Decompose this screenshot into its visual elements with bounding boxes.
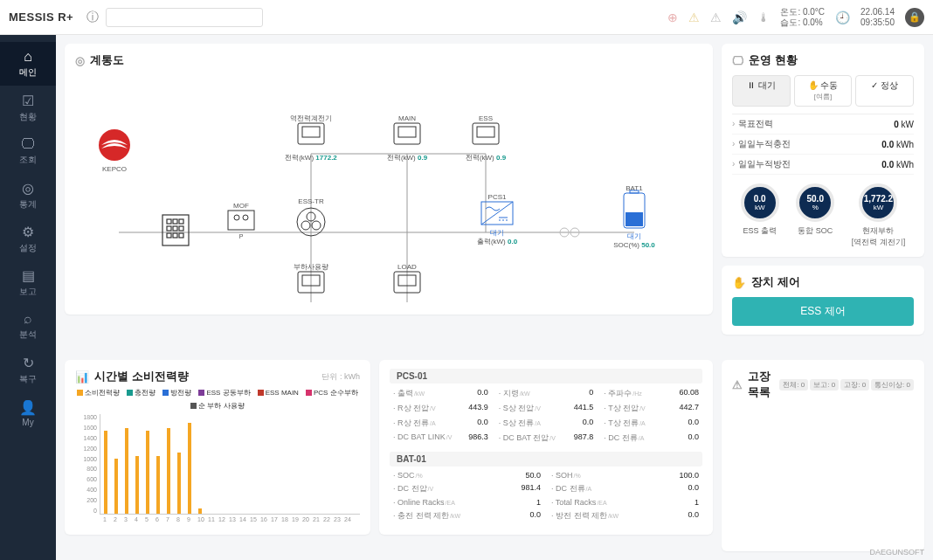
- globe-icon[interactable]: ⊕: [667, 10, 678, 24]
- svg-text:P: P: [239, 233, 244, 239]
- table-cell: SOC/%50.0: [393, 470, 541, 480]
- table-cell: R상 전류/A0.0: [393, 417, 488, 430]
- gauge-1: 50.0%통합 SOC: [796, 183, 834, 248]
- device-control-panel: ✋장치 제어 ESS 제어: [722, 266, 924, 335]
- chart-area: 180016001400120010008006004002000: [100, 414, 360, 515]
- bar-9: [188, 423, 191, 515]
- sound-icon[interactable]: 🔊: [732, 10, 747, 24]
- sidebar: ⌂메인☑현황🖵조회◎통계⚙설정▤보고⌕분석↻복구👤My: [0, 35, 56, 560]
- op-pill-0[interactable]: ⏸ 대기: [732, 75, 791, 107]
- sidebar-item-label: 조회: [19, 154, 37, 166]
- svg-rect-15: [167, 226, 171, 231]
- svg-text:LOAD: LOAD: [397, 263, 417, 271]
- svg-text:전력(kW) 0.9: 전력(kW) 0.9: [387, 154, 428, 162]
- svg-rect-49: [477, 127, 494, 137]
- sidebar-icon: 👤: [19, 399, 37, 416]
- search-input[interactable]: [106, 8, 263, 27]
- op-pill-2[interactable]: ✓ 정상: [855, 75, 914, 107]
- table-cell: 지령/kW0: [499, 387, 594, 400]
- bottom-left-area: 📊시간별 소비전력량 단위 : kWh 소비전력량충전량방전량ESS 공동부하E…: [65, 360, 713, 551]
- svg-rect-14: [179, 219, 183, 224]
- table-cell: DC BAT 전압/V987.8: [499, 432, 594, 445]
- table-cell: T상 전류/A0.0: [604, 417, 699, 430]
- legend-item: ESS MAIN: [258, 388, 299, 398]
- table-cell: 출력/kW0.0: [393, 387, 488, 400]
- sidebar-item-3[interactable]: ◎통계: [0, 173, 56, 217]
- svg-text:전력(kW) 0.9: 전력(kW) 0.9: [466, 154, 507, 162]
- chart-unit-label: 단위 : kWh: [321, 371, 360, 383]
- bar-1: [104, 431, 107, 514]
- app-logo: MESSIS R+: [9, 10, 73, 24]
- sidebar-icon: ▤: [22, 267, 35, 284]
- thermometer-icon: 🌡: [757, 10, 770, 24]
- bar-5: [146, 431, 149, 514]
- sidebar-icon: ⌕: [24, 311, 32, 327]
- svg-text:ESS-TR: ESS-TR: [298, 197, 324, 205]
- svg-rect-12: [167, 219, 171, 224]
- fault-badge: 통신이상: 0: [871, 379, 914, 391]
- ess-control-button[interactable]: ESS 제어: [732, 297, 914, 326]
- svg-rect-20: [179, 233, 183, 238]
- svg-rect-41: [398, 127, 416, 137]
- table-cell: R상 전압/V443.9: [393, 402, 488, 415]
- svg-text:대기: 대기: [490, 229, 504, 237]
- sidebar-item-label: 메인: [19, 66, 37, 79]
- lock-icon[interactable]: 🔒: [905, 8, 924, 27]
- sidebar-item-1[interactable]: ☑현황: [0, 86, 56, 129]
- svg-rect-17: [179, 226, 183, 231]
- sidebar-item-label: 현황: [19, 111, 37, 123]
- table-cell: Total Racks/EA1: [551, 497, 699, 508]
- system-diagram: KEPCO MOF P 역전력계전기: [75, 75, 687, 302]
- sidebar-icon: ◎: [22, 180, 34, 197]
- op-row-2: 일일누적방전0.0 kWh: [732, 155, 914, 175]
- svg-point-33: [301, 221, 310, 230]
- sidebar-item-5[interactable]: ▤보고: [0, 260, 56, 304]
- table-cell: DC 전류/A0.0: [551, 482, 699, 495]
- sidebar-item-2[interactable]: 🖵조회: [0, 129, 56, 173]
- sidebar-item-4[interactable]: ⚙설정: [0, 217, 56, 260]
- table-cell: 방전 전력 제한/kW0.0: [551, 509, 699, 522]
- hand-icon: ✋: [732, 276, 746, 289]
- table-cell: S상 전압/V441.5: [499, 402, 594, 415]
- svg-rect-61: [625, 212, 643, 226]
- sidebar-item-0[interactable]: ⌂메인: [0, 42, 56, 86]
- sidebar-icon: ⌂: [24, 49, 32, 65]
- fault-badge: 보고: 0: [810, 379, 839, 391]
- operation-status-panel: 🖵운영 현황 ⏸ 대기✋ 수동[여름]✓ 정상 목표전력0 kW일일누적충전0.…: [722, 44, 924, 257]
- fault-icon: ⚠: [732, 378, 743, 391]
- svg-text:전력(kW) 1772.2: 전력(kW) 1772.2: [285, 154, 337, 162]
- bar-2: [114, 459, 118, 514]
- svg-text:ESS: ESS: [479, 114, 493, 122]
- sidebar-icon: ☑: [22, 93, 34, 109]
- svg-text:부하사용량: 부하사용량: [294, 263, 328, 271]
- sidebar-icon: ↻: [23, 355, 34, 371]
- sidebar-item-label: 설정: [19, 242, 37, 254]
- bar-3: [125, 428, 128, 514]
- sidebar-item-6[interactable]: ⌕분석: [0, 304, 56, 348]
- sidebar-item-7[interactable]: ↻복구: [0, 348, 56, 391]
- diagram-icon: ◎: [75, 54, 85, 67]
- svg-rect-13: [173, 219, 177, 224]
- table-cell: 충전 전력 제한/kW0.0: [393, 509, 541, 522]
- sidebar-icon: 🖵: [21, 136, 35, 152]
- table-cell: DC 전압/V981.4: [393, 482, 541, 495]
- bar-6: [156, 456, 160, 515]
- bar-7: [167, 428, 170, 514]
- sidebar-icon: ⚙: [22, 224, 34, 240]
- info-icon[interactable]: ⓘ: [86, 10, 99, 25]
- sidebar-item-label: 복구: [19, 373, 37, 385]
- right-column-top: 🖵운영 현황 ⏸ 대기✋ 수동[여름]✓ 정상 목표전력0 kW일일누적충전0.…: [722, 44, 924, 351]
- op-row-0: 목표전력0 kW: [732, 114, 914, 135]
- table-cell: T상 전압/V442.7: [604, 402, 699, 415]
- sidebar-item-label: My: [22, 418, 33, 427]
- legend-item: ESS 공동부하: [198, 388, 250, 398]
- monitor-icon: 🖵: [732, 54, 743, 67]
- op-row-1: 일일누적충전0.0 kWh: [732, 135, 914, 155]
- svg-text:MOF: MOF: [233, 202, 249, 210]
- datetime-display: 22.06.14 09:35:50: [860, 7, 895, 28]
- warning2-icon[interactable]: ⚠: [710, 10, 722, 24]
- warning-icon[interactable]: ⚠: [688, 10, 700, 24]
- sidebar-item-8[interactable]: 👤My: [0, 391, 56, 435]
- svg-rect-22: [228, 211, 254, 230]
- op-pill-1[interactable]: ✋ 수동[여름]: [794, 75, 853, 107]
